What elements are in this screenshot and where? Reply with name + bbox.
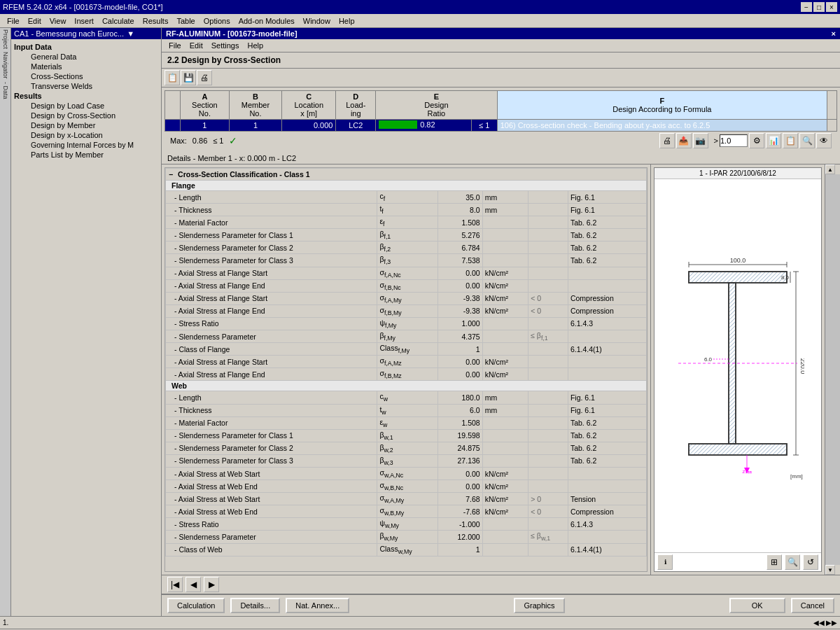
menu-view[interactable]: View: [46, 17, 71, 25]
svg-text:8.0: 8.0: [781, 274, 790, 281]
menu-file[interactable]: File: [3, 17, 24, 25]
classification-title: Cross-Section Classification - Class 1: [178, 170, 309, 178]
sidebar-section-results[interactable]: Results: [11, 91, 161, 101]
nav-first-btn[interactable]: |◀: [167, 577, 183, 592]
col-header-d: DLoad-ing: [336, 91, 376, 120]
dialog-menu-file[interactable]: File: [164, 41, 186, 50]
status-num: 1.: [3, 619, 8, 626]
sidebar-item-designbycrosssection[interactable]: Design by Cross-Section: [11, 111, 161, 120]
menu-results[interactable]: Results: [139, 17, 173, 25]
detail-row: - Axial Stress at Flange End σf,B,My -9.…: [166, 304, 647, 317]
sidebar-item-materials[interactable]: Materials: [11, 62, 161, 71]
detail-row: - Axial Stress at Flange End σf,B,Nc 0.0…: [166, 279, 647, 292]
sidebar-item-transversewelds[interactable]: Transverse Welds: [11, 81, 161, 91]
dialog-menu-settings[interactable]: Settings: [207, 41, 244, 50]
scroll-cell: [827, 120, 837, 132]
nav-icon-3: - Data: [2, 82, 9, 99]
tool-export[interactable]: 📤: [676, 133, 692, 148]
max-row: Max: 0.86 ≤ 1 ✓ 🖨 📤 📷 > ⚙ 📊 📋 🔍 👁: [164, 132, 837, 150]
sidebar-section-inputdata[interactable]: Input Data: [11, 42, 161, 52]
svg-rect-5: [689, 444, 787, 455]
toolbar-btn-3[interactable]: 🖨: [197, 70, 212, 85]
maximize-btn[interactable]: □: [813, 2, 825, 12]
cross-section-panel: 1 - I-PAR 220/100/6/8/12: [654, 167, 822, 572]
tool-view2[interactable]: 📋: [783, 133, 798, 148]
tool-view3[interactable]: 🔍: [799, 133, 815, 148]
calculation-button[interactable]: Calculation: [167, 598, 225, 613]
toolbar-btn-2[interactable]: 💾: [181, 70, 196, 85]
toolbar-btn-1[interactable]: 📋: [164, 70, 180, 85]
ratio-filter-input[interactable]: [720, 134, 748, 147]
close-btn[interactable]: ×: [826, 2, 837, 12]
details-scroll-area[interactable]: − Cross-Section Classification - Class 1…: [164, 167, 648, 572]
scroll-left-btn[interactable]: ◀◀: [813, 619, 825, 626]
dialog-menu-edit[interactable]: Edit: [186, 41, 207, 50]
detail-row: - Class of Web Classw,My 1 6.1.4.4(1): [166, 543, 647, 556]
detail-row: - Length cw 180.0 mm Fig. 6.1: [166, 391, 647, 404]
tool-print[interactable]: 🖨: [659, 133, 675, 148]
graphics-button[interactable]: Graphics: [514, 598, 564, 613]
sidebar-dropdown-icon[interactable]: ▼: [127, 29, 134, 38]
tool-eye[interactable]: 👁: [816, 133, 832, 148]
menu-addon[interactable]: Add-on Modules: [234, 17, 299, 25]
cs-zoom-in[interactable]: 🔍: [785, 554, 800, 570]
section-header: 2.2 Design by Cross-Section: [162, 52, 840, 69]
detail-row: - Axial Stress at Flange Start σf,A,Nc 0…: [166, 267, 647, 279]
details-title-text: Details - Member 1 - x: 0.000 m - LC2: [167, 154, 296, 162]
classification-header-row: − Cross-Section Classification - Class 1: [166, 169, 647, 181]
minimize-btn[interactable]: −: [801, 2, 812, 12]
cross-section-tools: ℹ ⊞ 🔍 ↺: [654, 552, 821, 571]
ratio-value: 0.82: [420, 120, 435, 129]
menu-help[interactable]: Help: [335, 17, 359, 25]
detail-row: - Slenderness Parameter for Class 1 βw,1…: [166, 429, 647, 442]
nav-icon-1: Project: [2, 29, 9, 49]
dialog-menu-help[interactable]: Help: [243, 41, 267, 50]
scroll-track[interactable]: [825, 174, 840, 565]
tool-filter[interactable]: ⚙: [749, 133, 764, 148]
tool-view1[interactable]: 📊: [766, 133, 781, 148]
sidebar-item-generaldata[interactable]: General Data: [11, 52, 161, 62]
scroll-down-btn[interactable]: ▼: [825, 565, 835, 575]
detail-row: - Length cf 35.0 mm Fig. 6.1: [166, 191, 647, 204]
cross-section-svg-container: 100.0 220.0 8.0 6.0: [654, 179, 821, 552]
scroll-up-btn[interactable]: ▲: [825, 164, 835, 174]
cell-section: 1: [181, 120, 230, 132]
cell-formula: 106) Cross-section check - Bending about…: [497, 120, 827, 132]
detail-row: - Material Factor εw 1.508 Tab. 6.2: [166, 416, 647, 429]
window-controls: − □ ×: [801, 2, 837, 12]
ratio-filter-label: >: [714, 136, 718, 145]
ok-button[interactable]: OK: [729, 598, 785, 613]
col-header-b: BMemberNo.: [229, 91, 281, 120]
sidebar-item-crosssections[interactable]: Cross-Sections: [11, 71, 161, 81]
details-button[interactable]: Details...: [230, 598, 280, 613]
sidebar-item-designbyxlocation[interactable]: Design by x-Location: [11, 130, 161, 140]
menu-edit[interactable]: Edit: [24, 17, 46, 25]
app-title-bar: RFEM 5.24.02 x64 - [001673-model-file, C…: [0, 0, 840, 14]
menu-insert[interactable]: Insert: [70, 17, 98, 25]
menu-window[interactable]: Window: [299, 17, 335, 25]
detail-row: - Slenderness Parameter βf,My 4.375 ≤ βf…: [166, 330, 647, 343]
sidebar-item-governingforces[interactable]: Governing Internal Forces by M: [11, 140, 161, 150]
sidebar-item-designbyloadcase[interactable]: Design by Load Case: [11, 101, 161, 111]
sidebar-item-designbymember[interactable]: Design by Member: [11, 120, 161, 130]
dialog-close-btn[interactable]: ×: [832, 29, 836, 38]
sidebar-item-partslist[interactable]: Parts List by Member: [11, 150, 161, 160]
nav-prev-btn[interactable]: ◀: [186, 577, 201, 592]
details-title-bar: Details - Member 1 - x: 0.000 m - LC2: [162, 153, 840, 164]
menu-table[interactable]: Table: [172, 17, 199, 25]
cancel-button[interactable]: Cancel: [791, 598, 834, 613]
sidebar-tree: Input Data General Data Materials Cross-…: [11, 39, 161, 616]
scroll-right-btn[interactable]: ▶▶: [826, 619, 837, 626]
col-header-a: ASectionNo.: [181, 91, 230, 120]
nav-next-btn[interactable]: ▶: [204, 577, 219, 592]
tool-camera[interactable]: 📷: [693, 133, 708, 148]
web-header-row: Web: [166, 381, 647, 391]
menu-options[interactable]: Options: [200, 17, 234, 25]
cs-info-btn[interactable]: ℹ: [657, 554, 673, 570]
minus-icon[interactable]: −: [169, 170, 173, 178]
nat-annex-button[interactable]: Nat. Annex...: [286, 598, 349, 613]
cs-rotate[interactable]: ↺: [803, 554, 818, 570]
svg-text:6.0: 6.0: [704, 356, 713, 363]
cs-zoom-fit[interactable]: ⊞: [766, 554, 782, 570]
menu-calculate[interactable]: Calculate: [98, 17, 139, 25]
